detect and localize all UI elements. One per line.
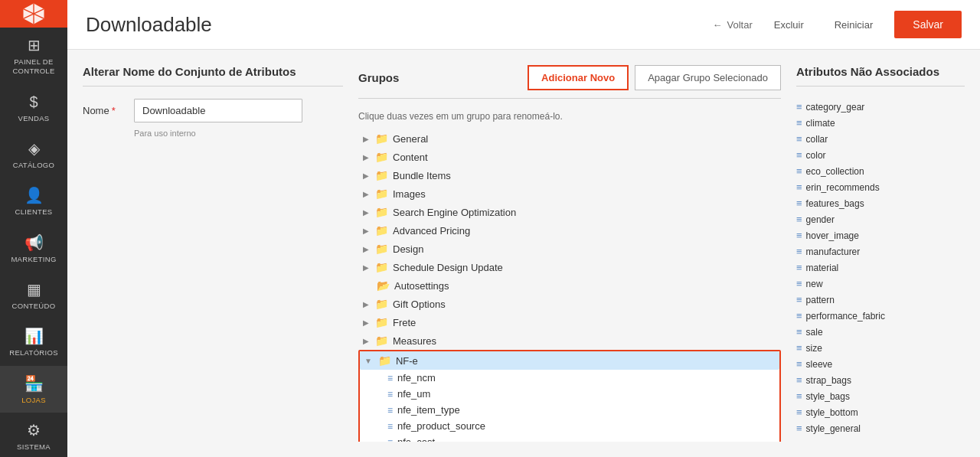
sidebar-item-conteudo[interactable]: ▦ CONTEÚDO bbox=[0, 272, 67, 318]
groups-actions: Adicionar Novo Apagar Grupo Selecionado bbox=[528, 65, 781, 90]
attr-icon-new: ≡ bbox=[796, 278, 802, 289]
attr-item-size[interactable]: ≡ size bbox=[796, 340, 965, 356]
child-item-nfe-ncm[interactable]: ≡ nfe_ncm bbox=[360, 370, 779, 386]
attr-item-category-gear[interactable]: ≡ category_gear bbox=[796, 99, 965, 115]
group-item-frete[interactable]: ▶ 📁 Frete bbox=[358, 313, 781, 331]
child-item-nfe-item-type[interactable]: ≡ nfe_item_type bbox=[360, 402, 779, 418]
group-item-images[interactable]: ▶ 📁 Images bbox=[358, 184, 781, 203]
child-label-nfe-product-source: nfe_product_source bbox=[397, 420, 485, 432]
attr-item-hover-image[interactable]: ≡ hover_image bbox=[796, 227, 965, 243]
group-label-autosettings: Autosettings bbox=[394, 280, 449, 292]
group-item-schedule[interactable]: ▶ 📁 Schedule Design Update bbox=[358, 258, 781, 276]
attr-item-gender[interactable]: ≡ gender bbox=[796, 211, 965, 227]
attr-item-pattern[interactable]: ≡ pattern bbox=[796, 292, 965, 308]
attr-item-new[interactable]: ≡ new bbox=[796, 276, 965, 292]
attr-item-style-bags[interactable]: ≡ style_bags bbox=[796, 388, 965, 404]
group-label-gift: Gift Options bbox=[393, 299, 446, 310]
attributes-panel: Atributos Não Associados ≡ category_gear… bbox=[796, 65, 965, 442]
attr-icon-material: ≡ bbox=[796, 262, 802, 273]
attr-icon-hover-image: ≡ bbox=[796, 230, 802, 241]
attr-item-manufacturer[interactable]: ≡ manufacturer bbox=[796, 243, 965, 260]
sidebar-item-lojas[interactable]: 🏪 LOJAS bbox=[0, 366, 67, 413]
attr-item-strap-bags[interactable]: ≡ strap_bags bbox=[796, 372, 965, 388]
sidebar-item-painel[interactable]: ⊞ PAINEL DECONTROLE bbox=[0, 28, 67, 84]
delete-group-button[interactable]: Apagar Grupo Selecionado bbox=[635, 65, 781, 90]
attr-item-performance-fabric[interactable]: ≡ performance_fabric bbox=[796, 308, 965, 324]
attr-item-sale[interactable]: ≡ sale bbox=[796, 324, 965, 340]
attr-item-style-general[interactable]: ≡ style_general bbox=[796, 420, 965, 436]
attr-icon-performance-fabric: ≡ bbox=[796, 310, 802, 322]
expand-icon-general: ▶ bbox=[363, 135, 369, 143]
sidebar-item-catalogo[interactable]: ◈ CATÁLOGO bbox=[0, 131, 67, 178]
folder-icon-advanced-pricing: 📁 bbox=[375, 224, 388, 237]
child-label-nfe-ncm: nfe_ncm bbox=[397, 372, 436, 384]
attr-icon-pattern: ≡ bbox=[796, 294, 802, 305]
groups-header: Grupos Adicionar Novo Apagar Grupo Selec… bbox=[358, 65, 781, 99]
page-header: Downloadable ← Voltar Excluir Reiniciar … bbox=[67, 0, 980, 50]
child-item-nfe-cest[interactable]: ≡ nfe_cest bbox=[360, 434, 779, 442]
folder-icon-seo: 📁 bbox=[375, 206, 388, 218]
name-input[interactable] bbox=[134, 99, 302, 122]
stores-icon: 🏪 bbox=[24, 374, 44, 393]
group-item-gift[interactable]: ▶ 📁 Gift Options bbox=[358, 295, 781, 313]
sidebar-item-clientes[interactable]: 👤 CLIENTES bbox=[0, 178, 67, 224]
back-label: Voltar bbox=[727, 19, 752, 31]
group-label-measures: Measures bbox=[393, 335, 436, 347]
group-item-bundle[interactable]: ▶ 📁 Bundle Items bbox=[358, 166, 781, 184]
attr-item-features-bags[interactable]: ≡ features_bags bbox=[796, 195, 965, 211]
attr-item-style-bottom[interactable]: ≡ style_bottom bbox=[796, 404, 965, 420]
group-item-general[interactable]: ▶ 📁 General bbox=[358, 129, 781, 148]
groups-panel: Grupos Adicionar Novo Apagar Grupo Selec… bbox=[358, 65, 781, 442]
salvar-button[interactable]: Salvar bbox=[894, 11, 962, 38]
group-item-autosettings[interactable]: 📂 Autosettings bbox=[358, 276, 781, 295]
sales-icon: $ bbox=[29, 92, 38, 112]
attr-icon-style-bags: ≡ bbox=[796, 390, 802, 402]
attr-icon-climate: ≡ bbox=[796, 117, 802, 129]
sidebar: ⊞ PAINEL DECONTROLE $ VENDAS ◈ CATÁLOGO … bbox=[0, 0, 67, 457]
attr-item-collar[interactable]: ≡ collar bbox=[796, 131, 965, 147]
attr-item-erin-recommends[interactable]: ≡ erin_recommends bbox=[796, 179, 965, 195]
group-item-seo[interactable]: ▶ 📁 Search Engine Optimization bbox=[358, 203, 781, 221]
group-item-nfe[interactable]: ▼ 📁 NF-e bbox=[360, 351, 779, 370]
attr-icon-gender: ≡ bbox=[796, 214, 802, 225]
excluir-button[interactable]: Excluir bbox=[765, 13, 813, 37]
attr-item-sleeve[interactable]: ≡ sleeve bbox=[796, 356, 965, 372]
group-item-content[interactable]: ▶ 📁 Content bbox=[358, 148, 781, 166]
child-item-nfe-product-source[interactable]: ≡ nfe_product_source bbox=[360, 418, 779, 434]
expand-icon-measures: ▶ bbox=[363, 337, 369, 345]
sidebar-logo bbox=[0, 0, 67, 28]
attr-icon-sale: ≡ bbox=[796, 326, 802, 338]
add-group-button[interactable]: Adicionar Novo bbox=[528, 65, 629, 90]
attr-icon-collar: ≡ bbox=[796, 133, 802, 145]
attr-item-eco-collection[interactable]: ≡ eco_collection bbox=[796, 163, 965, 179]
sidebar-label-vendas: VENDAS bbox=[18, 114, 50, 123]
content-icon: ▦ bbox=[27, 279, 41, 299]
sidebar-item-relatorios[interactable]: 📊 RELATÓRIOS bbox=[0, 318, 67, 365]
sidebar-item-marketing[interactable]: 📢 MARKETING bbox=[0, 225, 67, 272]
child-item-nfe-um[interactable]: ≡ nfe_um bbox=[360, 386, 779, 402]
group-item-measures[interactable]: ▶ 📁 Measures bbox=[358, 331, 781, 350]
reports-icon: 📊 bbox=[24, 326, 44, 346]
header-actions: ← Voltar Excluir Reiniciar Salvar bbox=[712, 11, 962, 38]
group-item-advanced-pricing[interactable]: ▶ 📁 Advanced Pricing bbox=[358, 221, 781, 240]
back-button[interactable]: ← Voltar bbox=[712, 19, 752, 31]
group-label-nfe: NF-e bbox=[396, 355, 418, 367]
folder-icon-images: 📁 bbox=[375, 188, 388, 200]
sidebar-label-catalogo: CATÁLOGO bbox=[13, 161, 54, 170]
sidebar-item-sistema[interactable]: ⚙ SISTEMA bbox=[0, 413, 67, 457]
child-icon-nfe-product-source: ≡ bbox=[387, 421, 393, 432]
attr-item-color[interactable]: ≡ color bbox=[796, 147, 965, 163]
name-hint: Para uso interno bbox=[134, 129, 343, 138]
sidebar-item-vendas[interactable]: $ VENDAS bbox=[0, 84, 67, 131]
group-label-images: Images bbox=[393, 188, 426, 200]
attr-item-climate[interactable]: ≡ climate bbox=[796, 115, 965, 131]
child-icon-nfe-um: ≡ bbox=[387, 389, 393, 400]
reiniciar-button[interactable]: Reiniciar bbox=[825, 13, 883, 37]
attr-icon-strap-bags: ≡ bbox=[796, 374, 802, 386]
group-label-general: General bbox=[393, 133, 428, 145]
group-label-design: Design bbox=[393, 243, 423, 255]
group-item-design[interactable]: ▶ 📁 Design bbox=[358, 240, 781, 258]
group-label-frete: Frete bbox=[393, 317, 416, 328]
attr-item-material[interactable]: ≡ material bbox=[796, 260, 965, 276]
expand-icon-frete: ▶ bbox=[363, 318, 369, 327]
